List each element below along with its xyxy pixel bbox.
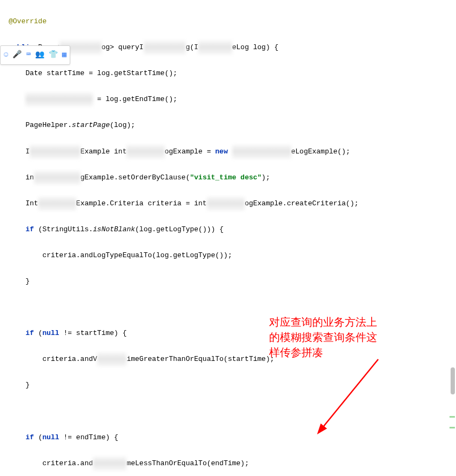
mic-icon[interactable]: 🎤 [12,48,22,62]
smile-icon[interactable]: ☺ [4,48,8,62]
annotation-override: @Override [9,17,46,25]
code-block: @Override public Page<xxxxxxxxxxog> quer… [0,0,456,476]
shirt-icon[interactable]: 👕 [49,48,58,62]
gutter-marker [450,416,455,418]
floating-toolbar[interactable]: ☺ 🎤 ⌨ 👥 👕 ▦ [0,45,70,65]
keyboard-icon[interactable]: ⌨ [26,48,30,62]
people-icon[interactable]: 👥 [35,48,44,62]
grid-icon[interactable]: ▦ [62,48,66,62]
gutter-marker [450,427,455,428]
callout-annotation: 对应查询的业务方法上 的模糊搜索查询条件这 样传参拼凑 [269,314,377,360]
vertical-scrollbar[interactable] [451,367,455,394]
